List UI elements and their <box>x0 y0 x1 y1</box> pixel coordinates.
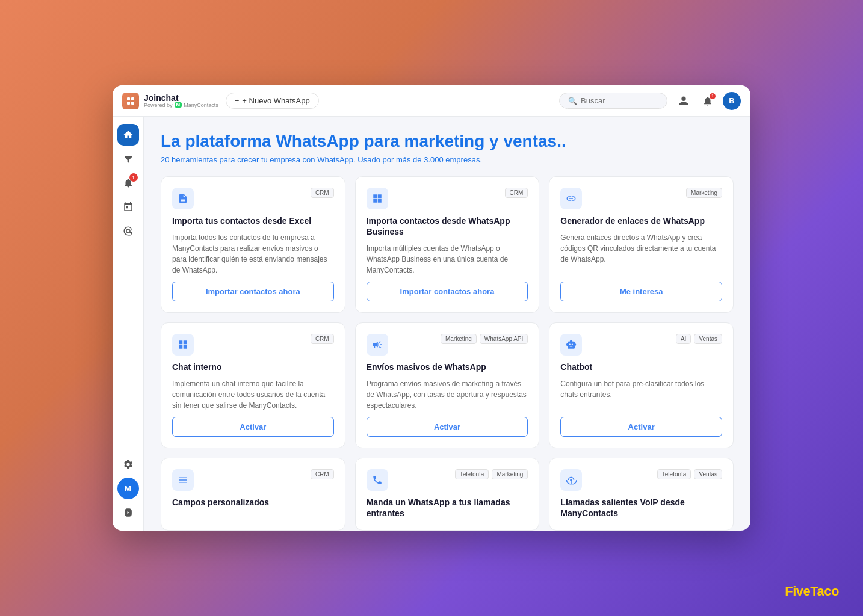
brand-text: Joinchat Powered by M ManyContacts <box>144 94 218 108</box>
card-item: Marketing Generador de enlaces de WhatsA… <box>549 176 734 313</box>
card-description: Importa múltiples cuentas de WhatsApp o … <box>367 243 528 276</box>
card-header: CRM <box>367 188 528 209</box>
card-action-button[interactable]: Activar <box>560 417 722 437</box>
card-title: Chat interno <box>172 362 334 372</box>
card-tags: CRM <box>311 469 334 479</box>
card-icon <box>172 334 194 356</box>
card-title: Manda un WhatsApp a tus llamadas entrant… <box>367 497 528 519</box>
page-title: La plataforma WhatsApp para marketing y … <box>161 131 734 152</box>
card-title: Campos personalizados <box>172 497 334 508</box>
card-action-button[interactable]: Importar contactos ahora <box>367 282 528 301</box>
card-action-button[interactable]: Importar contactos ahora <box>172 282 334 301</box>
card-icon <box>172 188 194 209</box>
manycontacts-icon: M <box>125 484 131 493</box>
sidebar-item-settings[interactable] <box>117 454 139 475</box>
brand-name: Joinchat <box>144 94 218 102</box>
sidebar-item-youtube[interactable] <box>117 502 139 523</box>
card-tag: CRM <box>311 469 334 479</box>
card-tags: Marketing <box>686 188 722 198</box>
card-item: AIVentas Chatbot Configura un bot para p… <box>549 322 734 448</box>
sidebar-item-notifications[interactable]: 1 <box>117 172 139 194</box>
card-action-button[interactable]: Me interesa <box>560 282 722 301</box>
card-tag: Marketing <box>441 334 477 344</box>
card-tag: Telefonía <box>657 469 691 479</box>
card-description: Implementa un chat interno que facilite … <box>172 378 334 411</box>
watermark: FiveTaco <box>785 584 839 599</box>
user-avatar-button[interactable]: B <box>723 92 741 110</box>
card-tag: Marketing <box>492 469 528 479</box>
contacts-icon-btn[interactable] <box>675 92 693 110</box>
topbar-icons: 1 B <box>675 92 741 110</box>
card-header: CRM <box>172 469 334 491</box>
card-description: Programa envíos masivos de marketing a t… <box>367 378 528 411</box>
brand-logo-area: Joinchat Powered by M ManyContacts <box>122 93 218 109</box>
sidebar-item-mentions[interactable] <box>117 220 139 242</box>
card-item: TelefoníaMarketing Manda un WhatsApp a t… <box>355 458 540 530</box>
sidebar: 1 M <box>113 117 144 531</box>
card-tag: Telefonía <box>455 469 489 479</box>
card-header: CRM <box>172 334 334 356</box>
topbar: Joinchat Powered by M ManyContacts + + N… <box>113 85 750 117</box>
sidebar-item-calendar[interactable] <box>117 196 139 218</box>
card-tag: Ventas <box>694 469 722 479</box>
card-header: Marketing <box>560 188 722 209</box>
card-item: CRM Importa contactos desde WhatsApp Bus… <box>355 176 540 313</box>
card-item: CRM Importa tus contactos desde Excel Im… <box>161 176 345 313</box>
search-bar[interactable]: 🔍 <box>559 93 667 109</box>
page-subtitle: 20 herramientas para crecer tu empresa c… <box>161 155 734 164</box>
card-title: Generador de enlaces de WhatsApp <box>560 215 722 226</box>
card-icon <box>172 469 194 491</box>
card-tag: AI <box>676 334 691 344</box>
card-tags: CRM <box>311 188 334 198</box>
at-icon <box>123 226 134 236</box>
notifications-icon-btn[interactable]: 1 <box>699 92 717 110</box>
card-tag: Ventas <box>694 334 722 344</box>
search-input[interactable] <box>581 96 658 105</box>
card-item: CRM Chat interno Implementa un chat inte… <box>161 322 345 448</box>
settings-icon <box>123 459 134 470</box>
new-whatsapp-button[interactable]: + + Nuevo WhatsApp <box>226 93 319 109</box>
svg-rect-2 <box>127 102 130 105</box>
search-icon: 🔍 <box>568 97 577 105</box>
card-title: Chatbot <box>560 362 722 372</box>
card-description: Importa todos los contactos de tu empres… <box>172 232 334 276</box>
cards-grid: CRM Importa tus contactos desde Excel Im… <box>161 176 734 531</box>
svg-rect-1 <box>131 97 134 100</box>
card-header: CRM <box>172 188 334 209</box>
filter-icon <box>123 154 133 164</box>
plus-icon: + <box>235 96 240 105</box>
card-tags: CRM <box>311 334 334 344</box>
card-tags: TelefoníaVentas <box>657 469 722 479</box>
sidebar-item-manycontacts[interactable]: M <box>117 478 139 499</box>
card-header: TelefoníaVentas <box>560 469 722 491</box>
card-description: Configura un bot para pre-clasificar tod… <box>560 378 722 411</box>
card-title: Importa tus contactos desde Excel <box>172 215 334 226</box>
card-header: MarketingWhatsApp API <box>367 334 528 356</box>
card-tag: Marketing <box>686 188 722 198</box>
card-title: Envíos masivos de WhatsApp <box>367 362 528 372</box>
calendar-icon <box>123 202 134 212</box>
card-item: MarketingWhatsApp API Envíos masivos de … <box>355 322 540 448</box>
card-icon <box>560 188 582 209</box>
brand-sub: Powered by M ManyContacts <box>144 102 218 108</box>
home-icon <box>123 129 134 140</box>
card-description: Genera enlaces directos a WhatsApp y cre… <box>560 232 722 276</box>
card-icon <box>560 334 582 356</box>
svg-rect-3 <box>131 102 134 105</box>
content-area: La plataforma WhatsApp para marketing y … <box>144 117 750 531</box>
main-layout: 1 M La plataforma WhatsApp para marketin… <box>113 117 750 531</box>
sidebar-item-filter[interactable] <box>117 148 139 170</box>
card-item: CRM Campos personalizados <box>161 458 345 530</box>
card-icon <box>560 469 582 491</box>
card-tag: CRM <box>505 188 528 198</box>
card-icon <box>367 188 388 209</box>
card-header: TelefoníaMarketing <box>367 469 528 491</box>
card-action-button[interactable]: Activar <box>172 417 334 437</box>
youtube-icon <box>123 507 134 518</box>
card-header: AIVentas <box>560 334 722 356</box>
card-item: TelefoníaVentas Llamadas salientes VoIP … <box>549 458 734 530</box>
card-action-button[interactable]: Activar <box>367 417 528 437</box>
card-icon <box>367 469 388 491</box>
sidebar-item-home[interactable] <box>117 124 139 146</box>
card-tags: TelefoníaMarketing <box>455 469 528 479</box>
